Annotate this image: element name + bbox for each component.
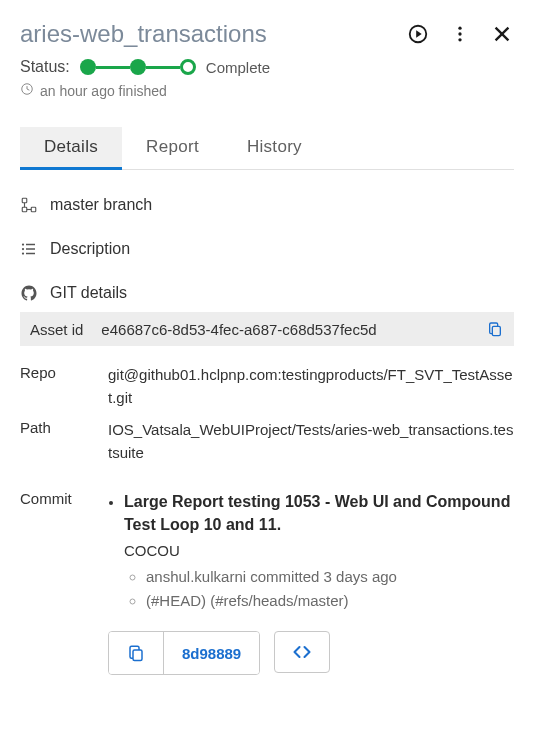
commit-hash-button[interactable]: 8d98889 <box>163 632 259 674</box>
status-progress <box>80 59 196 75</box>
repo-label: Repo <box>20 364 92 409</box>
asset-id-row: Asset id e46687c6-8d53-4fec-a687-c68d537… <box>20 312 514 346</box>
view-code-button[interactable] <box>274 631 330 673</box>
commit-refs-line: (#HEAD) (#refs/heads/master) <box>146 589 514 613</box>
svg-point-19 <box>22 252 24 254</box>
commit-label: Commit <box>20 490 92 675</box>
tab-history[interactable]: History <box>223 127 326 169</box>
branch-icon <box>20 196 38 214</box>
svg-point-4 <box>458 38 461 41</box>
copy-commit-button[interactable] <box>109 632 163 674</box>
svg-rect-11 <box>31 207 36 212</box>
commit-author-line: anshul.kulkarni committed 3 days ago <box>146 565 514 589</box>
play-icon[interactable] <box>406 22 430 46</box>
asset-id-value: e46687c6-8d53-4fec-a687-c68d537fec5d <box>101 321 468 338</box>
commit-subtitle: COCOU <box>124 542 514 559</box>
status-timestamp: an hour ago finished <box>40 83 167 99</box>
description-icon <box>20 240 38 258</box>
page-title: aries-web_transactions <box>20 20 406 48</box>
path-label: Path <box>20 419 92 464</box>
svg-point-15 <box>22 243 24 245</box>
tab-report[interactable]: Report <box>122 127 223 169</box>
close-icon[interactable] <box>490 22 514 46</box>
git-details-label: GIT details <box>50 284 127 302</box>
asset-id-label: Asset id <box>30 321 83 338</box>
tab-bar: Details Report History <box>20 127 514 170</box>
branch-label: master branch <box>50 196 152 214</box>
svg-rect-10 <box>22 198 27 203</box>
commit-title: Large Report testing 1053 - Web UI and C… <box>124 490 514 536</box>
svg-line-9 <box>27 89 29 90</box>
svg-rect-12 <box>22 207 27 212</box>
svg-rect-21 <box>492 326 500 335</box>
status-text: Complete <box>206 59 270 76</box>
status-label: Status: <box>20 58 70 76</box>
copy-asset-id-icon[interactable] <box>486 320 504 338</box>
clock-icon <box>20 82 34 99</box>
description-label: Description <box>50 240 130 258</box>
path-value: IOS_Vatsala_WebUIProject/Tests/aries-web… <box>108 419 514 464</box>
svg-marker-1 <box>416 30 422 37</box>
github-icon <box>20 284 38 302</box>
svg-rect-22 <box>133 650 142 661</box>
more-icon[interactable] <box>448 22 472 46</box>
svg-point-3 <box>458 32 461 35</box>
tab-details[interactable]: Details <box>20 127 122 170</box>
repo-value: git@github01.hclpnp.com:testingproducts/… <box>108 364 514 409</box>
svg-point-17 <box>22 248 24 250</box>
svg-point-2 <box>458 27 461 30</box>
